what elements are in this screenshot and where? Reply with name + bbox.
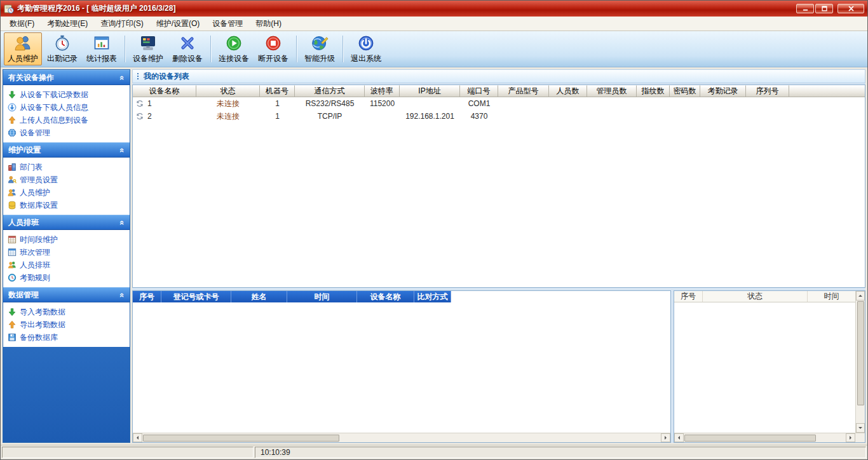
menu-item-6[interactable]: 帮助(H) bbox=[249, 16, 288, 32]
record-column-header[interactable]: 比对方式 bbox=[414, 291, 451, 302]
scroll-right-arrow-icon[interactable] bbox=[846, 433, 855, 442]
close-button[interactable] bbox=[837, 4, 864, 13]
toolbar-button-exit-system[interactable]: 退出系统 bbox=[347, 32, 385, 65]
sidebar-item-department[interactable]: 部门表 bbox=[3, 161, 130, 173]
minimize-button[interactable] bbox=[796, 4, 814, 13]
disconnect-device-icon bbox=[264, 34, 282, 52]
statusbar-time-pane: 10:10:39 bbox=[255, 447, 866, 458]
menu-item-5[interactable]: 设备管理 bbox=[206, 16, 249, 32]
scroll-left-arrow-icon[interactable] bbox=[674, 433, 684, 442]
record-column-header[interactable]: 序号 bbox=[133, 291, 161, 302]
sidebar-item-download-records[interactable]: 从设备下载记录数据 bbox=[3, 88, 130, 101]
sidebar-item-upload-users[interactable]: 上传人员信息到设备 bbox=[3, 114, 130, 126]
sidebar-item-label: 班次管理 bbox=[20, 247, 50, 258]
sidebar-item-label: 数据库设置 bbox=[20, 200, 58, 211]
sidebar-item-device-manage-globe[interactable]: 设备管理 bbox=[3, 126, 130, 139]
record-table-body bbox=[133, 302, 670, 433]
toolbar-button-device-maintain[interactable]: 设备维护 bbox=[129, 32, 167, 65]
toolbar-button-smart-upgrade[interactable]: 智能升级 bbox=[301, 32, 339, 65]
toolbar-separator bbox=[210, 36, 211, 62]
device-column-header[interactable]: 机器号 bbox=[260, 85, 295, 97]
device-column-header[interactable]: 设备名称 bbox=[133, 85, 196, 97]
scroll-down-arrow-icon[interactable] bbox=[856, 423, 865, 433]
sidebar-item-timetable[interactable]: 时间段维护 bbox=[3, 233, 130, 246]
sidebar-item-attendance-rule[interactable]: 考勤规则 bbox=[3, 271, 130, 284]
maximize-button[interactable] bbox=[815, 4, 833, 13]
scroll-thumb[interactable] bbox=[684, 435, 816, 442]
sidebar-item-schedule-users[interactable]: 人员排班 bbox=[3, 259, 130, 271]
sidebar-item-download-users[interactable]: 从设备下载人员信息 bbox=[3, 101, 130, 114]
sidebar-item-export-data[interactable]: 导出考勤数据 bbox=[3, 318, 130, 331]
toolbar-button-delete-device[interactable]: 删除设备 bbox=[168, 32, 207, 65]
toolbar-button-report[interactable]: 统计报表 bbox=[83, 32, 121, 65]
toolbar-button-label: 删除设备 bbox=[172, 53, 203, 64]
device-column-header[interactable]: 序列号 bbox=[746, 85, 789, 97]
scroll-track[interactable] bbox=[856, 301, 865, 423]
toolbar-button-label: 设备维护 bbox=[133, 53, 163, 64]
menu-item-3[interactable]: 查询/打印(S) bbox=[94, 16, 149, 32]
panel-grip-icon bbox=[137, 72, 139, 81]
device-sync-icon bbox=[135, 112, 144, 121]
device-row[interactable]: 2未连接1TCP/IP192.168.1.2014370 bbox=[133, 110, 865, 123]
record-column-header[interactable]: 时间 bbox=[287, 291, 357, 302]
device-column-header[interactable]: 通信方式 bbox=[295, 85, 365, 97]
device-column-header[interactable]: 管理员数 bbox=[587, 85, 637, 97]
status-table-body bbox=[674, 302, 855, 433]
sidebar-item-database[interactable]: 数据库设置 bbox=[3, 199, 130, 212]
device-column-header[interactable]: IP地址 bbox=[400, 85, 460, 97]
record-column-header[interactable]: 登记号或卡号 bbox=[161, 291, 231, 302]
scrollbar-corner bbox=[855, 433, 865, 442]
sidebar-item-import-data[interactable]: 导入考勤数据 bbox=[3, 306, 130, 318]
app-window: 考勤管理程序2016 - [ 临时超级用户 2016/3/28] 数据(F)考勤… bbox=[0, 0, 868, 460]
sidebar-section-title: 维护/设置 bbox=[8, 145, 41, 156]
toolbar-button-label: 连接设备 bbox=[219, 53, 249, 64]
scroll-thumb[interactable] bbox=[857, 301, 864, 405]
sidebar-item-label: 上传人员信息到设备 bbox=[20, 115, 88, 126]
record-column-header[interactable]: 设备名称 bbox=[357, 291, 414, 302]
toolbar-button-attendance-record[interactable]: 出勤记录 bbox=[43, 32, 81, 65]
sidebar-section-header-2[interactable]: 维护/设置« bbox=[3, 142, 130, 158]
device-column-header[interactable]: 考勤记录 bbox=[700, 85, 746, 97]
sidebar-section-header-3[interactable]: 人员排班« bbox=[3, 215, 130, 230]
scroll-track[interactable] bbox=[684, 433, 846, 442]
status-table: 序号状态时间 bbox=[674, 291, 855, 433]
device-column-header[interactable]: 产品型号 bbox=[498, 85, 549, 97]
sidebar-section-header-1[interactable]: 有关设备操作« bbox=[3, 70, 130, 85]
device-column-header[interactable]: 状态 bbox=[196, 85, 260, 97]
device-column-header[interactable]: 端口号 bbox=[460, 85, 498, 97]
sidebar-item-users-small[interactable]: 人员维护 bbox=[3, 186, 130, 199]
upload-users-icon bbox=[8, 116, 17, 125]
scroll-up-arrow-icon[interactable] bbox=[856, 291, 865, 301]
menu-item-4[interactable]: 维护/设置(O) bbox=[150, 16, 207, 32]
scroll-thumb[interactable] bbox=[143, 435, 339, 442]
toolbar-button-users[interactable]: 人员维护 bbox=[4, 32, 42, 65]
device-column-header[interactable]: 密码数 bbox=[670, 85, 700, 97]
scroll-track[interactable] bbox=[142, 433, 661, 442]
status-vscrollbar[interactable] bbox=[855, 291, 865, 433]
status-hscrollbar[interactable] bbox=[674, 433, 865, 442]
sidebar-item-backup-db[interactable]: 备份数据库 bbox=[3, 331, 130, 344]
smart-upgrade-icon bbox=[311, 34, 329, 52]
sidebar-item-admin-settings[interactable]: 管理员设置 bbox=[3, 173, 130, 186]
device-row[interactable]: 1未连接1RS232/RS485115200COM1 bbox=[133, 97, 865, 110]
status-column-header[interactable]: 时间 bbox=[808, 291, 855, 302]
sidebar-item-label: 设备管理 bbox=[20, 128, 50, 139]
device-column-header[interactable]: 波特率 bbox=[365, 85, 400, 97]
scroll-left-arrow-icon[interactable] bbox=[133, 433, 142, 442]
status-column-header[interactable]: 序号 bbox=[674, 291, 703, 302]
record-hscrollbar[interactable] bbox=[133, 433, 670, 442]
main-area: 我的设备列表 设备名称状态机器号通信方式波特率IP地址端口号产品型号人员数管理员… bbox=[132, 69, 865, 443]
sidebar-section-header-4[interactable]: 数据管理« bbox=[3, 287, 130, 302]
download-users-icon bbox=[8, 103, 17, 112]
record-column-header[interactable]: 姓名 bbox=[231, 291, 287, 302]
status-column-header[interactable]: 状态 bbox=[703, 291, 808, 302]
menu-item-2[interactable]: 考勤处理(E) bbox=[41, 16, 94, 32]
scroll-right-arrow-icon[interactable] bbox=[661, 433, 670, 442]
device-column-header[interactable]: 指纹数 bbox=[637, 85, 670, 97]
sidebar-item-shift[interactable]: 班次管理 bbox=[3, 246, 130, 259]
menu-item-1[interactable]: 数据(F) bbox=[3, 16, 41, 32]
toolbar-button-disconnect-device[interactable]: 断开设备 bbox=[254, 32, 292, 65]
toolbar-button-connect-device[interactable]: 连接设备 bbox=[215, 32, 253, 65]
device-column-header[interactable]: 人员数 bbox=[549, 85, 587, 97]
toolbar-button-label: 出勤记录 bbox=[47, 53, 78, 64]
